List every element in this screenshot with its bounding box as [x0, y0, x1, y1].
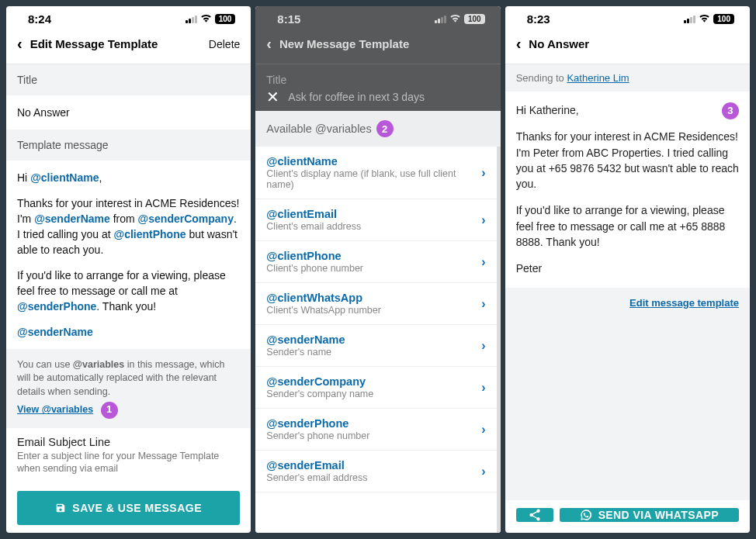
recipient-link[interactable]: Katherine Lim [567, 72, 629, 84]
variable-name: @clientWhatsApp [266, 292, 481, 304]
save-icon [55, 503, 66, 513]
variable-name: @senderCompany [266, 375, 481, 388]
back-icon[interactable]: ‹ [17, 35, 23, 53]
variable-item[interactable]: @clientEmailClient's email address› [255, 199, 496, 241]
variable-item[interactable]: @senderCompanySender's company name› [255, 367, 496, 409]
chevron-right-icon: › [481, 465, 485, 479]
share-icon [528, 508, 542, 522]
back-icon[interactable]: ‹ [266, 35, 272, 53]
status-bar: 8:15 100 [255, 6, 500, 29]
variable-desc: Client's phone number [266, 263, 481, 274]
subject-desc: Enter a subject line for your Message Te… [17, 450, 240, 476]
rendered-message: 3 Hi Katherine, Thanks for your interest… [505, 92, 750, 288]
var-clientname: @clientName [30, 171, 99, 184]
wifi-icon [200, 13, 212, 25]
var-sendercompany: @senderCompany [138, 212, 234, 225]
variable-name: @senderPhone [266, 417, 481, 430]
status-bar: 8:23 100 [505, 6, 750, 29]
status-indicators: 100 [435, 13, 485, 25]
callout-badge-1: 1 [101, 402, 118, 419]
screen-header: ‹ No Answer [505, 29, 750, 64]
variable-name: @clientName [266, 155, 481, 168]
signal-icon [435, 16, 446, 23]
chevron-right-icon: › [481, 213, 485, 227]
dimmed-backdrop: 8:15 100 ‹ New Message Template Title ✕ … [255, 6, 500, 111]
status-indicators: 100 [186, 13, 236, 25]
battery-indicator: 100 [215, 14, 236, 24]
delete-button[interactable]: Delete [209, 38, 240, 50]
status-indicators: 100 [684, 13, 734, 25]
chevron-right-icon: › [481, 381, 485, 395]
variables-sheet-header: Available @variables 2 [255, 111, 500, 147]
status-time: 8:15 [277, 12, 300, 26]
title-placeholder-row: ✕ Ask for coffee in next 3 days [255, 89, 500, 111]
callout-badge-2: 2 [376, 120, 394, 137]
sending-to-row: Sending to Katherine Lim [505, 64, 750, 92]
variable-desc: Client's email address [266, 221, 481, 232]
title-label: Title [6, 64, 251, 95]
screen-header: ‹ New Message Template [255, 29, 500, 64]
variable-name: @clientPhone [266, 250, 481, 262]
chevron-right-icon: › [481, 255, 485, 269]
page-title: New Message Template [279, 37, 490, 50]
var-senderphone: @senderPhone [17, 300, 96, 313]
title-label: Title [255, 64, 500, 89]
var-clientphone: @clientPhone [114, 228, 186, 240]
phone-edit-template: 8:24 100 ‹ Edit Message Template Delete … [6, 6, 251, 533]
edit-template-row: Edit message template [505, 288, 750, 500]
page-title: No Answer [529, 37, 739, 50]
action-row: SEND VIA WHATSAPP [505, 500, 750, 533]
variables-list[interactable]: @clientNameClient's display name (if bla… [255, 147, 500, 533]
chevron-right-icon: › [481, 339, 485, 353]
edit-message-template-link[interactable]: Edit message template [629, 297, 739, 309]
save-use-message-button[interactable]: SAVE & USE MESSAGE [17, 491, 240, 525]
var-sendername: @senderName [34, 212, 110, 225]
variable-item[interactable]: @senderEmailSender's email address› [255, 451, 496, 492]
status-time: 8:23 [527, 12, 550, 26]
share-button[interactable] [516, 508, 553, 522]
variable-item[interactable]: @clientNameClient's display name (if bla… [255, 147, 496, 199]
wifi-icon [699, 13, 710, 25]
title-input[interactable]: No Answer [6, 95, 251, 130]
status-time: 8:24 [28, 12, 51, 26]
var-sendername-sig: @senderName [17, 326, 93, 338]
variables-hint: You can use @variables in this message, … [6, 349, 251, 428]
page-title: Edit Message Template [30, 37, 209, 50]
variable-desc: Sender's email address [266, 472, 481, 483]
view-variables-link[interactable]: View @variables [17, 403, 93, 417]
close-icon[interactable]: ✕ [266, 88, 279, 106]
variable-desc: Sender's name [266, 347, 481, 358]
variable-name: @senderEmail [266, 459, 481, 472]
template-message-input[interactable]: Hi @clientName, Thanks for your interest… [6, 161, 251, 349]
battery-indicator: 100 [713, 14, 734, 24]
signal-icon [186, 16, 197, 23]
subject-title: Email Subject Line [17, 436, 240, 448]
template-message-label: Template message [6, 130, 251, 161]
variable-item[interactable]: @clientWhatsAppClient's WhatsApp number› [255, 283, 496, 325]
variable-desc: Sender's phone number [266, 430, 481, 441]
variable-desc: Client's WhatsApp number [266, 305, 481, 316]
chevron-right-icon: › [481, 166, 485, 180]
signal-icon [684, 16, 695, 23]
variable-item[interactable]: @clientPhoneClient's phone number› [255, 241, 496, 283]
battery-indicator: 100 [464, 14, 485, 24]
chevron-right-icon: › [481, 423, 485, 437]
variable-name: @senderName [266, 333, 481, 346]
chevron-right-icon: › [481, 297, 485, 311]
screen-header: ‹ Edit Message Template Delete [6, 29, 251, 64]
variable-desc: Sender's company name [266, 389, 481, 399]
callout-badge-3: 3 [722, 102, 739, 119]
variable-desc: Client's display name (if blank, use ful… [266, 168, 481, 190]
phone-send-message: 8:23 100 ‹ No Answer Sending to Katherin… [505, 6, 750, 533]
wifi-icon [449, 13, 461, 25]
email-subject-section: Email Subject Line Enter a subject line … [6, 428, 251, 484]
phone-variables-sheet: 8:15 100 ‹ New Message Template Title ✕ … [255, 6, 500, 533]
whatsapp-icon [580, 509, 592, 521]
variable-item[interactable]: @senderPhoneSender's phone number› [255, 409, 496, 451]
status-bar: 8:24 100 [6, 6, 251, 29]
variable-name: @clientEmail [266, 208, 481, 220]
send-via-whatsapp-button[interactable]: SEND VIA WHATSAPP [560, 508, 739, 522]
back-icon[interactable]: ‹ [516, 35, 522, 53]
variable-item[interactable]: @senderNameSender's name› [255, 325, 496, 367]
